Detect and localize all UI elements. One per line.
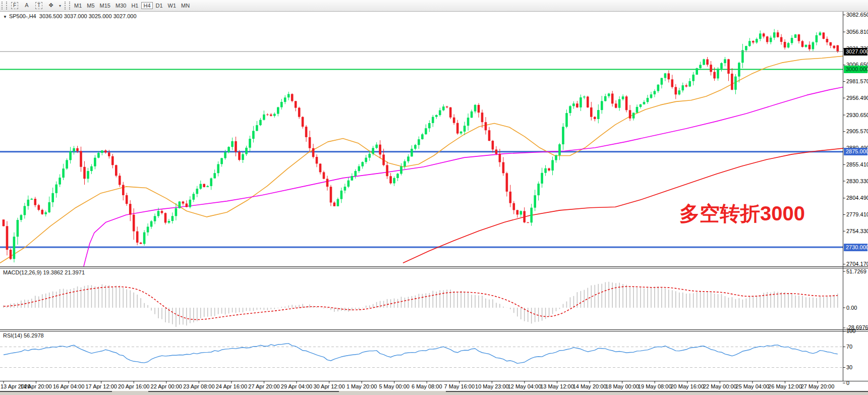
price-tag-2875.000: 2875.000 [844, 148, 867, 155]
rsi-axis-label: 0 [846, 380, 849, 386]
chart-header: ▼SP500-,H4 3036.500 3037.000 3025.000 30… [3, 13, 137, 19]
time-axis-label: 22 May 00:00 [703, 383, 737, 389]
time-axis-label: 29 Apr 04:00 [281, 383, 312, 389]
rsi-axis-label: 30 [846, 364, 852, 370]
time-axis-label: 5 May 00:00 [379, 383, 410, 389]
rsi-indicator-label: RSI(14) 56.2978 [3, 332, 44, 338]
price-axis-label: 2704.170 [846, 261, 868, 267]
price-axis-label: 2830.330 [846, 178, 868, 184]
symbol-ohlc-text: SP500-,H4 3036.500 3037.000 3025.000 302… [9, 13, 137, 19]
chart-annotation-text: 多空转折3000 [679, 200, 805, 228]
time-axis-label: 16 Apr 04:00 [53, 383, 84, 389]
collapse-arrow-icon[interactable]: ▼ [3, 15, 7, 19]
time-axis-label: 20 Apr 16:00 [118, 383, 149, 389]
price-axis-label: 2956.490 [846, 95, 868, 101]
price-axis-label: 2779.410 [846, 211, 868, 217]
time-axis-label: 19 May 08:00 [638, 383, 672, 389]
time-axis-label: 26 May 12:00 [768, 383, 802, 389]
price-tag-2730.000: 2730.000 [844, 244, 867, 251]
macd-indicator-label: MACD(12,26,9) 19.3862 21.3971 [3, 269, 85, 275]
price-axis-label: 2981.570 [846, 78, 868, 84]
panel-splitter[interactable] [0, 391, 112, 392]
time-axis-label: 7 May 16:00 [444, 383, 475, 389]
time-axis-label: 30 Apr 12:00 [313, 383, 344, 389]
time-axis-label: 17 Apr 12:00 [85, 383, 117, 389]
time-axis-label: 14 Apr 20:00 [20, 383, 51, 389]
macd-axis-label: 0.00 [846, 305, 857, 311]
panel-splitter[interactable] [148, 391, 339, 392]
price-axis-label: 2754.330 [846, 228, 868, 234]
terminal-window: FAT✥▾ M1M5M15M30H1H4D1W1MN ▼SP500-,H4 30… [0, 0, 868, 395]
time-axis-label: 18 May 00:00 [605, 383, 639, 389]
time-axis-label: 1 May 20:00 [346, 383, 377, 389]
price-axis-label: 2804.490 [846, 195, 868, 201]
price-axis-label: 2855.410 [846, 161, 868, 167]
price-axis-label: 2905.570 [846, 128, 868, 134]
time-axis-label: 27 Apr 20:00 [248, 383, 279, 389]
price-axis-label: 2930.650 [846, 112, 868, 118]
time-axis-label: 10 May 23:00 [475, 383, 509, 389]
time-axis-label: 25 May 04:00 [736, 383, 770, 389]
time-axis-label: 14 May 20:00 [573, 383, 607, 389]
time-axis-label: 13 May 12:00 [540, 383, 574, 389]
time-axis-label: 22 Apr 00:00 [151, 383, 182, 389]
status-strip [0, 391, 868, 395]
time-axis-label: 27 May 20:00 [801, 383, 835, 389]
time-axis-label: 6 May 08:00 [412, 383, 442, 389]
chart-canvas[interactable] [0, 0, 868, 395]
price-axis-label: 3056.810 [846, 29, 868, 35]
time-axis-label: 23 Apr 08:00 [183, 383, 214, 389]
time-axis-label: 12 May 04:00 [508, 383, 542, 389]
time-axis-label: 20 May 16:00 [670, 383, 704, 389]
time-axis-label: 24 Apr 16:00 [216, 383, 247, 389]
panel-splitter[interactable] [446, 391, 868, 392]
price-axis-label: 3082.650 [846, 12, 868, 18]
price-tag-3000.000: 3000.000 [844, 66, 867, 73]
rsi-axis-label: 70 [846, 344, 852, 350]
rsi-axis-label: 100 [846, 328, 855, 334]
macd-axis-label: 51.7269 [846, 268, 866, 274]
price-tag-3027.000: 3027.000 [844, 48, 867, 55]
